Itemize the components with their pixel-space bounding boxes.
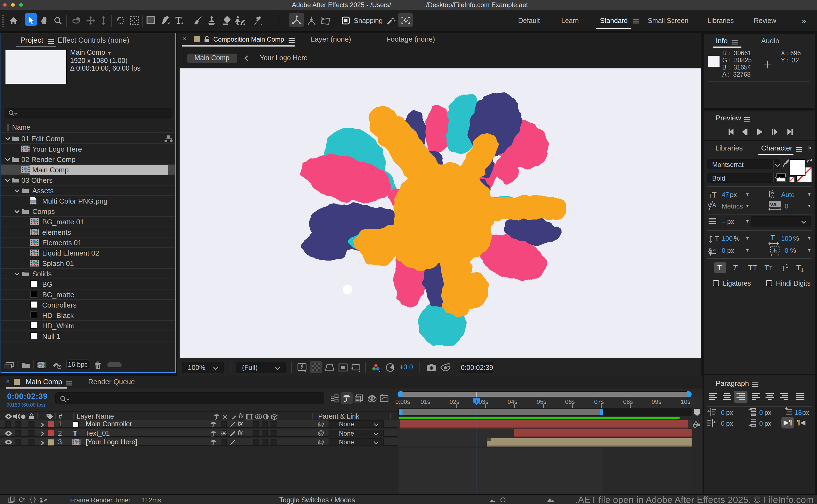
- svg-text:A: A: [771, 194, 774, 199]
- svg-text:V: V: [708, 202, 711, 208]
- svg-text:VA: VA: [770, 202, 777, 207]
- svg-text:あ: あ: [773, 247, 778, 253]
- svg-text:PNG: PNG: [31, 202, 35, 204]
- svg-text:A: A: [771, 190, 774, 195]
- svg-text:a: a: [713, 247, 716, 252]
- svg-text:A: A: [712, 202, 716, 208]
